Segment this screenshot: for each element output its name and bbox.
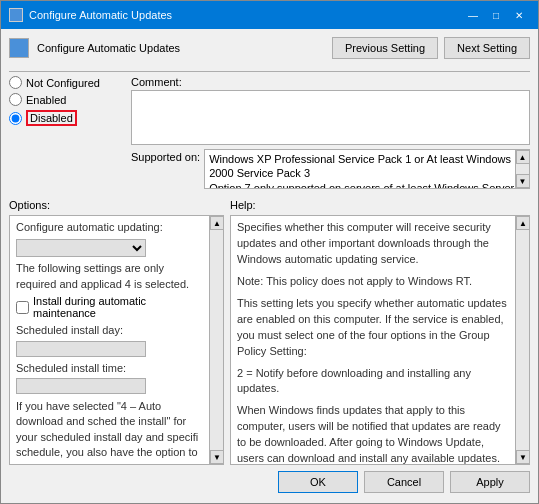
apply-button[interactable]: Apply [450,471,530,493]
title-bar: Configure Automatic Updates — □ ✕ [1,1,538,29]
help-p2: Note: This policy does not apply to Wind… [237,274,509,290]
options-scroll-up[interactable]: ▲ [210,216,224,230]
main-window: Configure Automatic Updates — □ ✕ Config… [0,0,539,504]
install-maintenance-label: Install during automatic maintenance [33,295,203,319]
supported-text: Windows XP Professional Service Pack 1 o… [205,150,529,189]
header-icon [9,38,29,58]
radio-disabled-label: Disabled [26,110,77,126]
options-footer-text: If you have selected "4 – Auto download … [16,399,203,464]
help-scroll-down[interactable]: ▼ [516,450,530,464]
supported-section: Supported on: Windows XP Professional Se… [131,149,530,189]
radio-enabled-label: Enabled [26,94,66,106]
scheduled-day-label: Scheduled install day: [16,323,203,338]
configure-updating-select[interactable] [16,239,146,257]
close-button[interactable]: ✕ [508,6,530,24]
help-panel: Help: Specifies whether this computer wi… [230,199,530,465]
options-inner: Configure automatic updating: The follow… [10,216,209,464]
options-scroll-track [210,230,223,450]
supported-scroll-up[interactable]: ▲ [516,150,530,164]
comment-section: Comment: Supported on: Windows XP Profes… [131,76,530,189]
radio-enabled[interactable]: Enabled [9,93,119,106]
supported-scroll-down[interactable]: ▼ [516,174,530,188]
radio-disabled[interactable]: Disabled [9,110,119,126]
top-section: Not Configured Enabled Disabled Comment:… [9,76,530,189]
settings-icon [9,8,23,22]
options-scroll-down[interactable]: ▼ [210,450,224,464]
help-inner: Specifies whether this computer will rec… [231,216,515,464]
configure-updating-select-row [16,239,203,257]
supported-label: Supported on: [131,149,200,163]
radio-group: Not Configured Enabled Disabled [9,76,119,189]
scheduled-day-field[interactable] [16,341,146,357]
help-scroll-up[interactable]: ▲ [516,216,530,230]
radio-not-configured-label: Not Configured [26,77,100,89]
comment-textarea[interactable] [131,90,530,145]
content-area: Configure Automatic Updates Previous Set… [1,29,538,503]
install-maintenance-checkbox[interactable]: Install during automatic maintenance [16,295,203,319]
options-label: Options: [9,199,224,211]
help-label: Help: [230,199,530,211]
maximize-button[interactable]: □ [485,6,507,24]
header-row: Configure Automatic Updates Previous Set… [9,37,530,59]
previous-setting-button[interactable]: Previous Setting [332,37,438,59]
radio-enabled-input[interactable] [9,93,22,106]
minimize-button[interactable]: — [462,6,484,24]
help-p3: This setting lets you specify whether au… [237,296,509,360]
next-setting-button[interactable]: Next Setting [444,37,530,59]
help-p1: Specifies whether this computer will rec… [237,220,509,268]
help-content: Specifies whether this computer will rec… [230,215,530,465]
separator-top [9,71,530,72]
supported-text-content: Windows XP Professional Service Pack 1 o… [209,153,514,189]
radio-not-configured[interactable]: Not Configured [9,76,119,89]
window-title: Configure Automatic Updates [29,9,172,21]
help-scrollbar: ▲ ▼ [515,216,529,464]
bottom-bar: OK Cancel Apply [9,465,530,495]
options-panel: Options: Configure automatic updating: T… [9,199,224,465]
comment-label: Comment: [131,76,530,88]
options-content: Configure automatic updating: The follow… [9,215,224,465]
cancel-button[interactable]: Cancel [364,471,444,493]
radio-disabled-input[interactable] [9,112,22,125]
middle-section: Options: Configure automatic updating: T… [9,199,530,465]
options-body-text: The following settings are only required… [16,261,203,292]
help-p4: 2 = Notify before downloading and instal… [237,366,509,398]
help-scroll-track [516,230,529,450]
ok-button[interactable]: OK [278,471,358,493]
radio-not-configured-input[interactable] [9,76,22,89]
supported-box: Windows XP Professional Service Pack 1 o… [204,149,530,189]
help-text: Specifies whether this computer will rec… [237,220,509,464]
options-scrollbar: ▲ ▼ [209,216,223,464]
configure-updating-label: Configure automatic updating: [16,220,203,235]
install-maintenance-input[interactable] [16,301,29,314]
title-controls: — □ ✕ [462,6,530,24]
scheduled-time-field[interactable] [16,378,146,394]
supported-scrollbar: ▲ ▼ [515,150,529,188]
header-title: Configure Automatic Updates [37,42,332,54]
header-buttons: Previous Setting Next Setting [332,37,530,59]
supported-scroll-track [516,164,529,174]
help-p5: When Windows finds updates that apply to… [237,403,509,464]
title-bar-left: Configure Automatic Updates [9,8,172,22]
scheduled-time-label: Scheduled install time: [16,361,203,376]
